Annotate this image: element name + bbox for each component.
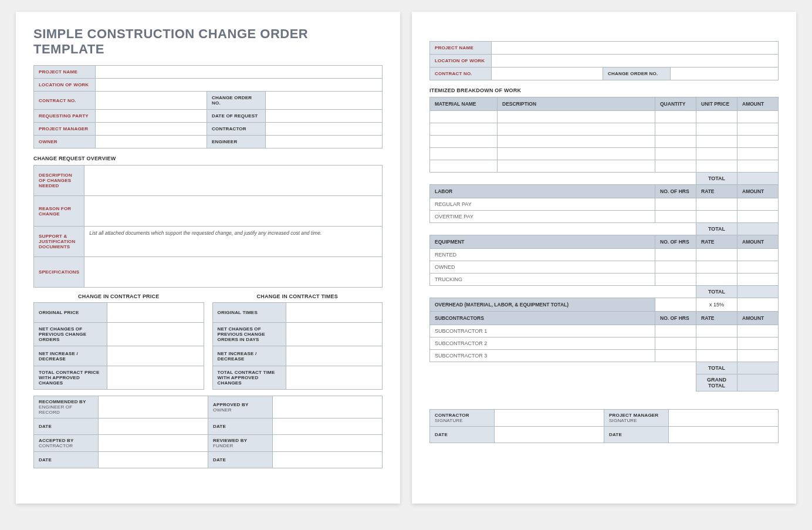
- grand-total-value[interactable]: [737, 374, 779, 391]
- labor-total-value[interactable]: [737, 223, 779, 235]
- page-2: PROJECT NAME LOCATION OF WORK CONTRACT N…: [412, 12, 796, 504]
- equipment-col-hrs: NO. OF HRS: [655, 235, 696, 249]
- field-net-increase[interactable]: [107, 346, 204, 366]
- labor-heading: LABOR: [430, 185, 655, 198]
- sig-date-1-field[interactable]: [495, 427, 604, 443]
- overhead-amount[interactable]: [737, 298, 779, 312]
- equipment-trucking: TRUCKING: [430, 274, 655, 286]
- field-date-3[interactable]: [99, 452, 208, 468]
- label-reason: REASON FOR CHANGE: [34, 196, 84, 227]
- material-table: MATERIAL NAME DESCRIPTION QUANTITY UNIT …: [429, 97, 779, 185]
- field-project-name[interactable]: [96, 66, 383, 79]
- project-info-table: PROJECT NAME LOCATION OF WORK CONTRACT N…: [33, 65, 383, 148]
- sub-col-rate: RATE: [696, 312, 737, 325]
- field-specifications[interactable]: [84, 257, 383, 288]
- field-contract-no[interactable]: [96, 92, 207, 110]
- sub-col-hrs: NO. OF HRS: [655, 312, 696, 325]
- field-date-of-request[interactable]: [266, 110, 383, 123]
- label-date-4: DATE: [208, 452, 273, 468]
- sub-1: SUBCONTRACTOR 1: [430, 325, 655, 337]
- times-heading: CHANGE IN CONTRACT TIMES: [212, 293, 383, 299]
- label-project-manager: PROJECT MANAGER: [34, 123, 96, 136]
- label-net-increase: NET INCREASE / DECREASE: [34, 346, 107, 366]
- subcontractors-heading: SUBCONTRACTORS: [430, 312, 655, 325]
- labor-col-amount: AMOUNT: [737, 185, 779, 198]
- field-net-changes-days[interactable]: [286, 323, 383, 346]
- label-total-price: TOTAL CONTRACT PRICE WITH APPROVED CHANG…: [34, 366, 107, 390]
- field-net-changes-prev[interactable]: [107, 323, 204, 346]
- field-desc-changes[interactable]: [84, 166, 383, 196]
- overhead-blank[interactable]: [655, 298, 696, 312]
- field-original-price[interactable]: [107, 303, 204, 323]
- subcontractors-table: SUBCONTRACTORS NO. OF HRS RATE AMOUNT SU…: [429, 311, 779, 391]
- support-hint: List all attached documents which suppor…: [89, 230, 322, 236]
- field-recommended-by[interactable]: [99, 396, 208, 418]
- label-original-times: ORIGINAL TIMES: [212, 303, 286, 323]
- p2-field-change-order-no[interactable]: [671, 67, 779, 80]
- label-support-docs: SUPPORT & JUSTIFICATION DOCUMENTS: [34, 227, 84, 257]
- field-reason[interactable]: [84, 196, 383, 227]
- sub-total-value[interactable]: [737, 362, 779, 374]
- label-contractor: CONTRACTOR: [207, 123, 266, 136]
- field-approved-by[interactable]: [273, 396, 383, 418]
- field-change-order-no[interactable]: [266, 92, 383, 110]
- p2-label-location: LOCATION OF WORK: [430, 55, 492, 67]
- sub-3: SUBCONTRACTOR 3: [430, 350, 655, 362]
- p2-field-location[interactable]: [492, 55, 779, 67]
- field-total-price[interactable]: [107, 366, 204, 390]
- equipment-col-amount: AMOUNT: [737, 235, 779, 249]
- label-net-increase-time: NET INCREASE / DECREASE: [212, 346, 286, 366]
- label-owner: OWNER: [34, 136, 96, 148]
- label-project-name: PROJECT NAME: [34, 66, 96, 79]
- label-total-time: TOTAL CONTRACT TIME WITH APPROVED CHANGE…: [212, 366, 286, 390]
- field-owner[interactable]: [96, 136, 207, 148]
- sig-contractor-field[interactable]: [495, 410, 604, 427]
- sig-contractor-label: CONTRACTORSIGNATURE: [430, 410, 495, 427]
- field-original-times[interactable]: [286, 303, 383, 323]
- p2-field-project-name[interactable]: [492, 42, 779, 55]
- field-reviewed-by[interactable]: [273, 435, 383, 452]
- sig-date-2-field[interactable]: [669, 427, 779, 443]
- sub-total-label: TOTAL: [696, 362, 737, 374]
- material-row: [430, 111, 779, 123]
- material-row: [430, 136, 779, 148]
- label-reviewed-by: REVIEWED BYFUNDER: [208, 435, 273, 452]
- material-total-value[interactable]: [737, 173, 779, 185]
- col-material-name: MATERIAL NAME: [430, 97, 498, 111]
- labor-col-hrs: NO. OF HRS: [655, 185, 696, 198]
- field-project-manager[interactable]: [96, 123, 207, 136]
- field-date-1[interactable]: [99, 418, 208, 435]
- field-net-increase-time[interactable]: [286, 346, 383, 366]
- equipment-total-value[interactable]: [737, 286, 779, 298]
- material-row: [430, 160, 779, 173]
- price-table: ORIGINAL PRICE NET CHANGES OF PREVIOUS C…: [33, 302, 204, 390]
- field-accepted-by[interactable]: [99, 435, 208, 452]
- labor-table: LABOR NO. OF HRS RATE AMOUNT REGULAR PAY…: [429, 184, 779, 235]
- p2-field-contract-no[interactable]: [492, 67, 603, 80]
- p2-label-project-name: PROJECT NAME: [430, 42, 492, 55]
- field-location[interactable]: [96, 79, 383, 92]
- price-heading: CHANGE IN CONTRACT PRICE: [33, 293, 204, 299]
- sub-col-amount: AMOUNT: [737, 312, 779, 325]
- overhead-heading: OVERHEAD (MATERIAL, LABOR, & EQUIPMENT T…: [430, 298, 655, 312]
- equipment-owned: OWNED: [430, 261, 655, 274]
- sig-date-2-label: DATE: [604, 427, 669, 443]
- field-date-2[interactable]: [273, 418, 383, 435]
- material-row: [430, 123, 779, 136]
- field-total-time[interactable]: [286, 366, 383, 390]
- label-net-changes-days: NET CHANGES OF PREVIOUS CHANGE ORDERS IN…: [212, 323, 286, 346]
- label-date-of-request: DATE OF REQUEST: [207, 110, 266, 123]
- p2-label-contract-no: CONTRACT NO.: [430, 67, 492, 80]
- field-date-4[interactable]: [273, 452, 383, 468]
- label-engineer: ENGINEER: [207, 136, 266, 148]
- labor-total-label: TOTAL: [696, 223, 737, 235]
- times-table: ORIGINAL TIMES NET CHANGES OF PREVIOUS C…: [212, 302, 383, 390]
- field-engineer[interactable]: [266, 136, 383, 148]
- sig-pm-field[interactable]: [669, 410, 779, 427]
- field-contractor[interactable]: [266, 123, 383, 136]
- field-requesting-party[interactable]: [96, 110, 207, 123]
- label-specifications: SPECIFICATIONS: [34, 257, 84, 288]
- overhead-table: OVERHEAD (MATERIAL, LABOR, & EQUIPMENT T…: [429, 298, 779, 312]
- field-support-docs[interactable]: List all attached documents which suppor…: [84, 227, 383, 257]
- approvals-table: RECOMMENDED BYENGINEER OF RECORD APPROVE…: [33, 396, 383, 468]
